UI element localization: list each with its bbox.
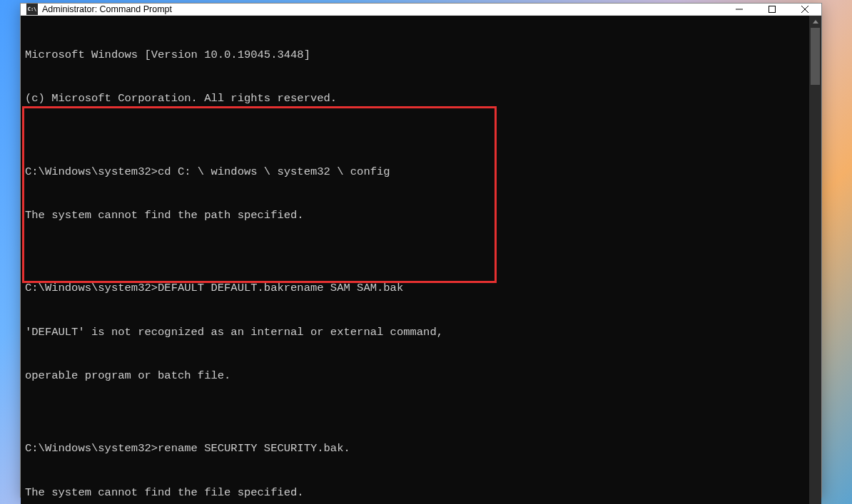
terminal-line: operable program or batch file. — [25, 369, 805, 383]
window-title: Administrator: Command Prompt — [42, 4, 723, 14]
window-controls — [723, 4, 821, 15]
scrollbar-thumb[interactable] — [811, 28, 820, 85]
titlebar[interactable]: C:\ Administrator: Command Prompt — [21, 4, 821, 16]
terminal-line: C:\Windows\system32>cd C: \ windows \ sy… — [25, 165, 805, 179]
terminal-line: (c) Microsoft Corporation. All rights re… — [25, 91, 805, 106]
terminal-area: Microsoft Windows [Version 10.0.19045.34… — [21, 16, 821, 504]
terminal-line: The system cannot find the path specifie… — [25, 208, 805, 222]
command-prompt-window: C:\ Administrator: Command Prompt Micros… — [20, 3, 822, 498]
terminal-line: C:\Windows\system32>DEFAULT DEFAULT.bakr… — [25, 281, 805, 295]
terminal-line: The system cannot find the file specifie… — [25, 485, 805, 500]
terminal-line: Microsoft Windows [Version 10.0.19045.34… — [25, 48, 805, 62]
terminal-line: 'DEFAULT' is not recognized as an intern… — [25, 325, 805, 339]
scroll-up-arrow-icon[interactable] — [809, 16, 821, 28]
terminal-line: C:\Windows\system32>rename SECURITY SECU… — [25, 441, 805, 456]
vertical-scrollbar[interactable] — [809, 16, 821, 504]
close-button[interactable] — [788, 4, 821, 15]
minimize-button[interactable] — [723, 4, 756, 15]
svg-marker-4 — [813, 20, 818, 24]
terminal-content[interactable]: Microsoft Windows [Version 10.0.19045.34… — [21, 16, 809, 504]
maximize-button[interactable] — [756, 4, 788, 15]
svg-rect-1 — [769, 6, 776, 13]
annotation-highlight-box — [22, 106, 497, 283]
cmd-icon: C:\ — [26, 4, 38, 15]
